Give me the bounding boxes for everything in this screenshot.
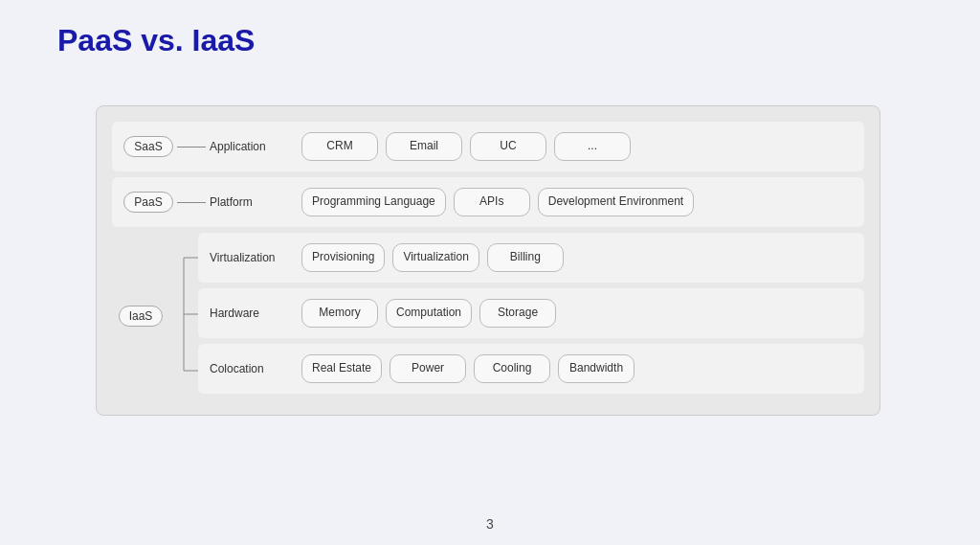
- virtualization-category: Virtualization: [206, 251, 301, 264]
- saas-item-uc: UC: [470, 132, 546, 161]
- saas-row: SaaS Application CRM Email UC ...: [112, 122, 864, 171]
- item-storage: Storage: [479, 299, 556, 328]
- paas-label: PaaS: [123, 192, 172, 213]
- virtualization-row: Virtualization Provisioning Virtualizati…: [198, 233, 864, 283]
- item-power: Power: [390, 354, 466, 383]
- paas-left: PaaS: [120, 192, 177, 213]
- paas-connector: [177, 202, 206, 203]
- slide-title: PaaS vs. IaaS: [0, 0, 980, 68]
- paas-item-programming: Programming Language: [301, 188, 446, 216]
- saas-item-crm: CRM: [301, 132, 378, 161]
- saas-label: SaaS: [123, 136, 172, 157]
- hardware-category: Hardware: [206, 307, 301, 320]
- paas-item-apis: APIs: [454, 188, 530, 216]
- virtualization-items: Provisioning Virtualization Billing: [301, 243, 857, 272]
- colocation-category: Colocation: [206, 362, 301, 375]
- paas-item-dev-env: Development Environment: [538, 188, 694, 216]
- hardware-row: Hardware Memory Computation Storage: [198, 288, 864, 338]
- saas-items: CRM Email UC ...: [301, 132, 857, 161]
- iaas-branch-connector: [169, 233, 198, 399]
- item-real-estate: Real Estate: [301, 354, 382, 383]
- iaas-section: IaaS Virtualization: [112, 233, 864, 399]
- colocation-items: Real Estate Power Cooling Bandwidth: [301, 354, 857, 383]
- item-billing: Billing: [487, 243, 564, 272]
- saas-connector: [177, 147, 206, 148]
- iaas-label: IaaS: [119, 306, 164, 327]
- page-number: 3: [486, 516, 494, 532]
- paas-row: PaaS Platform Programming Language APIs …: [112, 177, 864, 227]
- item-cooling: Cooling: [474, 354, 550, 383]
- item-bandwidth: Bandwidth: [558, 354, 635, 383]
- item-provisioning: Provisioning: [301, 243, 385, 272]
- paas-category: Platform: [206, 195, 301, 209]
- saas-item-email: Email: [386, 132, 462, 161]
- item-memory: Memory: [301, 299, 378, 328]
- item-computation: Computation: [386, 299, 472, 328]
- diagram-container: SaaS Application CRM Email UC ... PaaS P…: [96, 105, 880, 416]
- saas-category: Application: [206, 140, 301, 153]
- hardware-items: Memory Computation Storage: [301, 299, 857, 328]
- iaas-left: IaaS: [112, 233, 169, 399]
- paas-items: Programming Language APIs Development En…: [301, 188, 857, 216]
- iaas-rows: Virtualization Provisioning Virtualizati…: [198, 233, 864, 399]
- saas-left: SaaS: [120, 136, 177, 157]
- saas-item-etc: ...: [554, 132, 631, 161]
- item-virtualization: Virtualization: [392, 243, 479, 272]
- colocation-row: Colocation Real Estate Power Cooling Ban…: [198, 344, 864, 394]
- slide: PaaS vs. IaaS SaaS Application CRM Email…: [0, 0, 980, 545]
